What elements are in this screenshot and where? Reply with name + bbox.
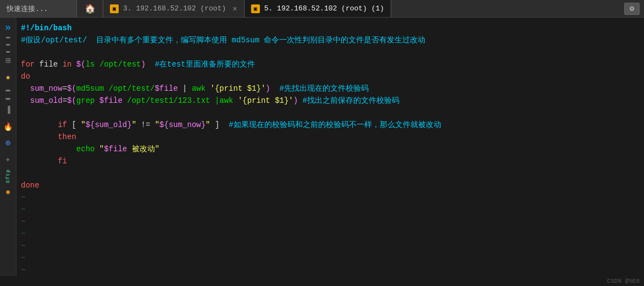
code-comment-1: #假设/opt/test/ 目录中有多个重要文件，编写脚本使用 md5sum 命… [21, 34, 425, 46]
code-line-8 [21, 107, 644, 119]
code-line-1: #!/bin/bash [21, 22, 644, 34]
sidebar-bar-icon[interactable]: ▐ [1, 102, 16, 118]
code-line-5: do [21, 70, 644, 82]
tilde-5: ~ [21, 240, 644, 252]
code-line-6: sum_now = $( md5sum /opt/test/ $file | a… [21, 82, 644, 95]
code-line-2: #假设/opt/test/ 目录中有多个重要文件，编写脚本使用 md5sum 命… [21, 34, 644, 46]
code-shebang: #!/bin/bash [21, 22, 71, 34]
sidebar-hash-icon[interactable]: ▬▬▬ [1, 36, 16, 52]
bottom-label: CSDN @%E8 [607, 278, 640, 284]
sidebar-grid-icon[interactable]: ⊞ [1, 53, 16, 68]
sidebar-star-icon[interactable]: ★ [1, 69, 16, 85]
code-line-10: then [21, 131, 644, 143]
code-line-4: for file in $( ls /opt/test ) #在test里面准备… [21, 58, 644, 70]
gear-icon: ⚙ [630, 4, 634, 13]
sidebar-send-icon[interactable]: ✈ [1, 152, 16, 167]
toolbar-right: ⚙ [620, 0, 644, 17]
tab-5-label: 5. 192.168.52.102 (root) (1) [264, 4, 384, 13]
tab-5[interactable]: ▣ 5. 192.168.52.102 (root) (1) [245, 0, 391, 17]
quick-connect-label: 快速连接... [7, 4, 48, 14]
tabs-area: 🏠 ▣ 3. 192.168.52.102 (root) ✕ ▣ 5. 192.… [77, 0, 620, 17]
tab-home[interactable]: 🏠 [77, 0, 103, 17]
tilde-6: ~ [21, 252, 644, 264]
sidebar-network-icon[interactable]: ⊕ [1, 135, 16, 151]
tab-3-label: 3. 192.168.52.102 (root) [123, 4, 226, 13]
quick-connect[interactable]: 快速连接... [0, 0, 77, 17]
sidebar-circle-icon[interactable]: ● [1, 185, 16, 200]
title-bar: 快速连接... 🏠 ▣ 3. 192.168.52.102 (root) ✕ ▣… [0, 0, 644, 18]
sidebar-sftp-label[interactable]: Sftp [1, 168, 16, 184]
sidebar-fire-icon[interactable]: 🔥 [1, 119, 16, 134]
tilde-2: ~ [21, 204, 644, 216]
sidebar-lines-icon[interactable]: ▬▬ [1, 86, 16, 101]
code-line-7: sum_old = $( grep $file /opt/test1/123.t… [21, 95, 644, 107]
code-line-12: fi [21, 155, 644, 167]
code-line-14: done [21, 179, 644, 191]
code-line-9: if [ " ${sum_old} " != " ${sum_now} " ] … [21, 119, 644, 131]
bottom-bar: CSDN @%E8 [0, 276, 644, 286]
tilde-1: ~ [21, 191, 644, 204]
tab-3-close[interactable]: ✕ [232, 4, 237, 13]
tilde-3: ~ [21, 216, 644, 228]
main-area: » ▬▬▬ ⊞ ★ ▬▬ ▐ 🔥 ⊕ ✈ Sftp ● #!/bin/bash … [0, 18, 644, 276]
sidebar: » ▬▬▬ ⊞ ★ ▬▬ ▐ 🔥 ⊕ ✈ Sftp ● [0, 18, 16, 276]
tilde-4: ~ [21, 228, 644, 240]
gear-button[interactable]: ⚙ [624, 3, 640, 15]
editor: #!/bin/bash #假设/opt/test/ 目录中有多个重要文件，编写脚… [16, 18, 644, 276]
code-line-11: echo " $file 被改动" [21, 143, 644, 155]
code-for: for [21, 58, 35, 70]
tab-3-icon: ▣ [110, 4, 119, 13]
code-line-13 [21, 167, 644, 179]
tab-5-icon: ▣ [251, 4, 260, 13]
home-icon: 🏠 [85, 3, 96, 14]
code-line-3 [21, 46, 644, 58]
tilde-7: ~ [21, 264, 644, 276]
tab-3[interactable]: ▣ 3. 192.168.52.102 (root) ✕ [103, 0, 245, 17]
